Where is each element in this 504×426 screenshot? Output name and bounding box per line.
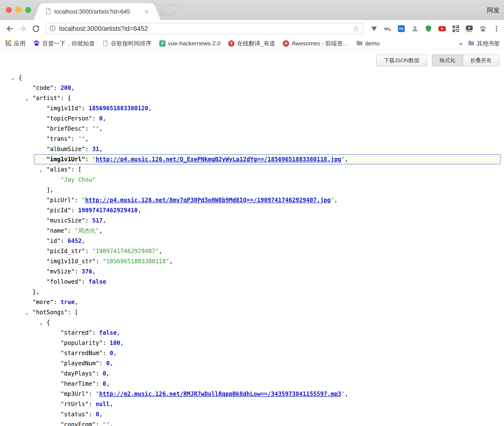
youdao-dict-extension-icon[interactable]: en — [384, 25, 392, 33]
json-token-key: "starredNum" — [60, 350, 102, 357]
json-token-number: 517 — [92, 217, 102, 224]
json-token-key: "playedNum" — [60, 360, 99, 367]
json-token-key: "more" — [33, 299, 54, 306]
forward-button[interactable] — [17, 23, 28, 34]
json-token-punct: , — [82, 238, 85, 244]
new-tab-button[interactable] — [160, 5, 179, 16]
json-line: "dayPlays": 0, — [18, 368, 501, 379]
json-token-punct: : [ — [71, 166, 82, 173]
bookmark-label: Awesomes - 前端资… — [292, 40, 348, 47]
bookmark-awesomes[interactable]: A Awesomes - 前端资… — [283, 40, 348, 47]
json-line-content: "briefDesc": "", — [18, 125, 103, 132]
fe-extension-icon[interactable]: FE — [397, 25, 405, 33]
json-line-content: "img1v1Id_str": "18569651883380118", — [18, 258, 173, 265]
json-token-key: "followed" — [47, 278, 82, 285]
json-line: "trans": "", — [18, 134, 501, 144]
json-token-key: "img1v1Id_str" — [47, 258, 96, 265]
tab-close-icon[interactable]: × — [144, 8, 149, 15]
bookmark-label: demo — [365, 40, 380, 47]
json-token-punct: , — [92, 268, 95, 275]
json-token-punct: : — [89, 411, 96, 418]
window-zoom-button[interactable] — [25, 7, 31, 13]
json-url-link[interactable]: http://p4.music.126.net/Q_ExePNkmgB2yWyL… — [96, 156, 341, 163]
json-token-key: "img1v1Id" — [47, 105, 82, 112]
bookmarks-overflow-chevron-icon[interactable]: » — [459, 40, 463, 47]
bookmark-label: vue-hackernews-2.0 — [168, 40, 220, 47]
json-line-content: "picId_str": "19097417462929407", — [18, 248, 162, 255]
json-line-content: "copyFrom": "", — [18, 421, 113, 426]
bookmark-vue-hackernews[interactable]: V vue-hackernews-2.0 — [159, 40, 220, 47]
json-token-punct: , — [120, 340, 124, 346]
bookmark-youdao-translate[interactable]: Y 在线翻译_有道 — [228, 40, 275, 47]
bookmark-google-sort[interactable]: 谷歌按时间排序 — [102, 40, 151, 47]
bookmark-label: 应用 — [14, 40, 25, 47]
json-url-link[interactable]: http://m2.music.126.net/RMJR7wDullRqppBk… — [99, 391, 341, 397]
back-button[interactable] — [4, 23, 15, 34]
json-line-content: "id": 6452, — [18, 238, 85, 244]
json-token-punct: : — [82, 105, 89, 112]
browser-toolbar: localhost:3000/artists?id=6452 ☆ en FE — [0, 20, 504, 37]
json-line: "mp3Url": "http://m2.music.126.net/RMJR7… — [18, 389, 501, 399]
json-line-content: "topicPerson": 0, — [18, 115, 106, 122]
json-token-punct: : — [85, 156, 92, 163]
json-token-punct: : — [96, 421, 103, 426]
json-line-content: "img1v1Id": 18569651883380120, — [18, 105, 152, 112]
json-token-string: "周杰伦" — [75, 227, 99, 234]
json-token-number: 100 — [110, 340, 120, 346]
json-token-key: "picUrl" — [47, 197, 75, 204]
window-minimize-button[interactable] — [16, 7, 21, 13]
json-token-number: 0 — [106, 360, 109, 367]
json-token-punct: : — [89, 391, 96, 397]
json-token-punct: , — [103, 217, 106, 224]
json-line-content: "followed": false — [18, 278, 106, 285]
collapse-all-button[interactable]: 折叠所有 — [463, 55, 499, 66]
youtube-extension-icon[interactable] — [438, 25, 446, 33]
json-line: "hearTime": 0, — [18, 379, 501, 389]
json-line: "albumSize": 31, — [18, 144, 501, 154]
browser-tab[interactable]: localhost:3000/artists?id=645 × — [41, 3, 153, 20]
bookmark-baidu[interactable]: 百度一下，你就知道 — [33, 40, 95, 47]
json-token-punct: , — [103, 115, 106, 122]
bookmark-label: 在线翻译_有道 — [237, 40, 275, 47]
reload-button[interactable] — [31, 23, 41, 34]
bookmark-apps[interactable]: 应用 — [5, 40, 25, 47]
window-close-button[interactable] — [6, 7, 12, 13]
json-token-punct: , — [138, 207, 141, 214]
json-line-content: "starredNum": 0, — [18, 350, 117, 357]
profile-name[interactable]: 阿发 — [487, 6, 500, 15]
paw-extension-icon[interactable] — [479, 25, 487, 33]
shield-extension-icon[interactable] — [424, 25, 433, 33]
collapse-toggle-icon[interactable]: ▼ — [12, 74, 14, 85]
url-text: localhost:3000/artists?id=6452 — [59, 25, 148, 33]
player-extension-icon[interactable] — [465, 25, 473, 33]
json-line-content: "status": 0, — [18, 411, 103, 418]
json-line-content: "trans": "", — [18, 136, 89, 142]
json-token-punct: : — [54, 85, 61, 91]
download-json-button[interactable]: 下载JSON数据 — [376, 55, 427, 66]
json-token-punct: : — [75, 268, 82, 275]
json-viewer-actions: 下载JSON数据 格式化 折叠所有 — [376, 55, 499, 66]
bookmark-star-icon[interactable]: ☆ — [353, 25, 360, 33]
vimium-extension-icon[interactable] — [370, 25, 378, 33]
json-token-string: " — [96, 391, 99, 397]
address-bar[interactable]: localhost:3000/artists?id=6452 ☆ — [46, 23, 363, 34]
bookmark-folder-demo[interactable]: demo — [356, 40, 380, 47]
json-token-string: "" — [78, 136, 85, 142]
youdao-icon: Y — [228, 40, 235, 47]
profile-person-icon[interactable] — [411, 25, 419, 33]
other-bookmarks-folder[interactable]: 其他书签 — [468, 40, 500, 47]
json-token-punct: { — [18, 74, 22, 81]
format-button[interactable]: 格式化 — [432, 55, 463, 66]
json-token-string: "" — [92, 125, 99, 132]
json-token-number: false — [99, 329, 117, 336]
browser-menu-button[interactable] — [492, 25, 501, 33]
qr-code-extension-icon[interactable] — [452, 25, 460, 33]
page-info-icon[interactable] — [49, 25, 56, 33]
json-token-punct: , — [85, 136, 89, 142]
json-token-punct: , — [113, 350, 117, 357]
json-url-link[interactable]: http://p4.music.126.net/8mv7qP30Pd3oHW8b… — [85, 197, 331, 204]
json-line: ▼ "alias": [ — [18, 164, 501, 175]
json-line: ▼{ — [18, 73, 501, 83]
json-line: "playedNum": 0, — [18, 358, 501, 368]
json-token-string: " — [92, 156, 95, 163]
